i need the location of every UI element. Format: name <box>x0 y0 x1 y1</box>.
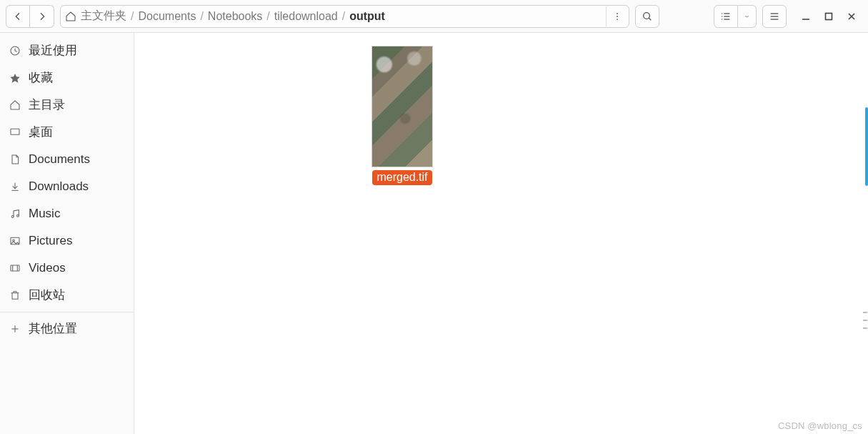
file-item[interactable]: merged.tif <box>349 46 456 185</box>
sidebar-item-label: Pictures <box>29 232 72 250</box>
video-icon <box>9 262 21 274</box>
breadcrumb-separator: / <box>199 10 204 23</box>
sidebar-item-home[interactable]: 主目录 <box>0 92 134 119</box>
path-menu-button[interactable] <box>606 6 627 26</box>
sidebar-item-label: Documents <box>29 150 90 169</box>
sidebar-item-label: 回收站 <box>29 286 65 305</box>
breadcrumb-item-current[interactable]: output <box>346 8 388 25</box>
content: 最近使用 收藏 主目录 桌面 Documents Downloads Music <box>0 33 868 434</box>
svg-rect-20 <box>11 129 19 134</box>
breadcrumb-separator: / <box>265 10 271 23</box>
sidebar-item-videos[interactable]: Videos <box>0 255 134 282</box>
breadcrumb-item[interactable]: tiledownload <box>271 8 341 25</box>
chevron-right-icon <box>36 11 48 22</box>
breadcrumb[interactable]: 主文件夹 / Documents / Notebooks / tiledownl… <box>60 5 629 28</box>
sidebar: 最近使用 收藏 主目录 桌面 Documents Downloads Music <box>0 33 134 434</box>
svg-point-24 <box>17 214 19 217</box>
plus-icon <box>9 323 21 335</box>
view-mode-dropdown[interactable] <box>738 5 757 28</box>
picture-icon <box>9 235 21 247</box>
right-edge <box>864 33 868 434</box>
sidebar-item-trash[interactable]: 回收站 <box>0 282 134 309</box>
close-icon <box>847 11 857 21</box>
sidebar-item-label: 收藏 <box>29 69 53 87</box>
forward-button[interactable] <box>30 5 54 28</box>
sidebar-item-label: 其他位置 <box>29 320 77 338</box>
home-icon <box>9 99 21 111</box>
svg-line-4 <box>649 18 651 20</box>
svg-point-10 <box>722 19 722 19</box>
chevron-left-icon <box>12 11 24 22</box>
svg-point-8 <box>722 13 722 14</box>
svg-point-1 <box>617 16 618 17</box>
sidebar-item-other-locations[interactable]: 其他位置 <box>0 315 134 342</box>
svg-point-2 <box>617 19 618 20</box>
trash-icon <box>9 290 21 301</box>
music-icon <box>9 208 21 220</box>
breadcrumb-separator: / <box>129 10 135 23</box>
window-controls <box>792 10 862 23</box>
download-icon <box>9 181 21 192</box>
breadcrumb-item[interactable]: Documents <box>135 8 199 25</box>
sidebar-item-label: Videos <box>29 259 66 277</box>
scroll-accent <box>865 107 868 186</box>
svg-point-9 <box>722 16 722 16</box>
star-icon <box>9 72 21 84</box>
sidebar-item-documents[interactable]: Documents <box>0 146 134 173</box>
minimize-button[interactable] <box>799 10 812 23</box>
document-icon <box>9 154 21 165</box>
search-icon <box>642 11 653 22</box>
file-area[interactable]: merged.tif <box>134 33 868 434</box>
sidebar-item-starred[interactable]: 收藏 <box>0 64 134 92</box>
sidebar-item-label: 最近使用 <box>29 41 77 60</box>
sidebar-item-label: 桌面 <box>29 123 53 142</box>
maximize-icon <box>824 11 834 21</box>
resize-grip-icon[interactable] <box>863 312 867 329</box>
svg-point-23 <box>11 216 14 218</box>
list-view-button[interactable] <box>714 5 738 28</box>
sidebar-item-downloads[interactable]: Downloads <box>0 173 134 200</box>
sidebar-item-pictures[interactable]: Pictures <box>0 227 134 255</box>
sidebar-item-label: Downloads <box>29 177 89 196</box>
hamburger-icon <box>769 11 780 22</box>
sidebar-item-desktop[interactable]: 桌面 <box>0 119 134 146</box>
svg-rect-27 <box>11 265 19 271</box>
nav-back-forward <box>6 5 54 28</box>
desktop-icon <box>9 127 21 138</box>
sidebar-item-label: 主目录 <box>29 96 65 114</box>
svg-rect-15 <box>826 13 832 19</box>
maximize-button[interactable] <box>822 10 835 23</box>
breadcrumb-item[interactable]: 主文件夹 <box>78 6 129 26</box>
clock-icon <box>9 45 21 56</box>
sidebar-item-recent[interactable]: 最近使用 <box>0 37 134 64</box>
hamburger-menu-button[interactable] <box>762 5 787 28</box>
view-mode-split <box>714 5 757 28</box>
home-icon <box>65 11 76 22</box>
list-icon <box>720 11 732 22</box>
chevron-down-icon <box>744 11 750 22</box>
close-button[interactable] <box>845 10 858 23</box>
svg-point-0 <box>617 12 618 14</box>
sidebar-separator <box>0 312 134 312</box>
minimize-icon <box>801 11 811 21</box>
file-name-label: merged.tif <box>372 170 431 185</box>
sidebar-item-label: Music <box>29 204 60 223</box>
kebab-icon <box>612 11 622 21</box>
breadcrumb-item[interactable]: Notebooks <box>205 8 266 25</box>
toolbar: 主文件夹 / Documents / Notebooks / tiledownl… <box>0 0 868 33</box>
back-button[interactable] <box>6 5 30 28</box>
search-button[interactable] <box>635 5 659 28</box>
svg-marker-19 <box>10 74 19 83</box>
sidebar-item-music[interactable]: Music <box>0 200 134 227</box>
breadcrumb-separator: / <box>341 10 346 23</box>
file-thumbnail <box>371 46 433 167</box>
